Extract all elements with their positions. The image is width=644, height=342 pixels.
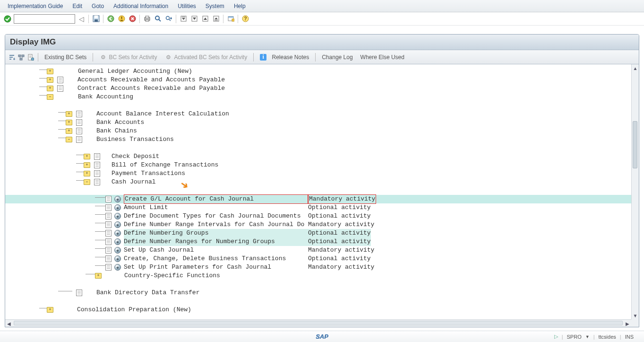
scroll-track[interactable]: [14, 321, 623, 325]
dropdown-icon[interactable]: ▼: [585, 334, 590, 339]
tree-activity[interactable]: Set Up Print Parameters for Cash Journal…: [5, 263, 631, 272]
next-page-icon[interactable]: [200, 14, 210, 24]
vertical-scrollbar[interactable]: ▲ ▼: [631, 64, 639, 319]
doc-icon[interactable]: [76, 136, 82, 143]
doc-icon[interactable]: [105, 213, 112, 219]
execute-icon[interactable]: [114, 238, 121, 245]
tree-activity[interactable]: Define Numbering GroupsOptional activity: [5, 229, 631, 237]
doc-icon[interactable]: [105, 221, 112, 228]
tree-node[interactable]: +Payment Transactions: [5, 169, 631, 178]
doc-icon[interactable]: [76, 289, 82, 296]
tree-activity[interactable]: Set Up Cash JournalMandatory activity: [5, 246, 631, 254]
scroll-thumb[interactable]: [633, 121, 637, 168]
doc-icon[interactable]: [57, 77, 63, 83]
expand-icon[interactable]: +: [47, 307, 53, 313]
where-else-used-button[interactable]: Where Else Used: [358, 53, 407, 61]
doc-icon[interactable]: [94, 170, 100, 177]
print-icon[interactable]: [142, 14, 152, 24]
menu-implementation-guide[interactable]: Implementation Guide: [3, 1, 68, 11]
back-history-icon[interactable]: ◁: [77, 14, 86, 24]
menu-additional-info[interactable]: Additional Information: [109, 1, 173, 11]
scroll-down-icon[interactable]: ▼: [632, 312, 639, 319]
tree-node[interactable]: +Bank Chains: [5, 127, 631, 135]
tree-activity[interactable]: Create G/L Account for Cash JournalManda…: [5, 195, 631, 203]
tree-node[interactable]: +Consolidation Preparation (New): [5, 306, 631, 314]
menu-edit[interactable]: Edit: [68, 1, 87, 11]
doc-icon[interactable]: [105, 230, 112, 237]
doc-icon[interactable]: [105, 247, 112, 254]
back-icon[interactable]: [106, 14, 115, 24]
doc-icon[interactable]: [105, 196, 112, 202]
existing-bc-sets-button[interactable]: Existing BC Sets: [42, 53, 89, 61]
command-field[interactable]: [14, 14, 75, 24]
execute-icon[interactable]: [114, 230, 121, 237]
menu-goto[interactable]: Goto: [87, 1, 109, 11]
tree-node[interactable]: +Accounts Receivable and Accounts Payabl…: [5, 76, 631, 84]
tree-node[interactable]: +General Ledger Accounting (New): [5, 67, 631, 76]
doc-icon[interactable]: [94, 162, 100, 168]
scroll-right-icon[interactable]: ▶: [624, 320, 631, 327]
expand-icon[interactable]: +: [47, 77, 53, 83]
doc-icon[interactable]: [76, 128, 82, 134]
attributes-icon[interactable]: [27, 53, 34, 61]
save-icon[interactable]: [91, 14, 101, 24]
last-page-icon[interactable]: [211, 14, 221, 24]
doc-icon[interactable]: [76, 119, 82, 126]
doc-icon[interactable]: [57, 85, 63, 92]
expand-icon[interactable]: +: [66, 128, 72, 134]
tree-node[interactable]: +Account Balance Interest Calculation: [5, 110, 631, 118]
expand-icon[interactable]: +: [47, 86, 53, 91]
menu-system[interactable]: System: [201, 1, 229, 11]
tree-activity[interactable]: Amount LimitOptional activity: [5, 203, 631, 212]
doc-icon[interactable]: [105, 204, 112, 211]
tree-node[interactable]: +Bill of Exchange Transactions: [5, 161, 631, 169]
expand-icon[interactable]: +: [66, 120, 72, 125]
doc-icon[interactable]: [94, 179, 100, 185]
menu-utilities[interactable]: Utilities: [173, 1, 201, 11]
tree-node[interactable]: Bank Directory Data Transfer: [5, 289, 631, 297]
activated-bc-sets-button[interactable]: ⚙Activated BC Sets for Activity: [162, 53, 250, 62]
execute-icon[interactable]: [114, 213, 121, 219]
status-nav-icon[interactable]: ▷: [554, 333, 558, 340]
help-icon[interactable]: ?: [240, 14, 250, 24]
tree-node[interactable]: –Business Transactions: [5, 135, 631, 144]
tree-activity[interactable]: Define Number Ranges for Numbering Group…: [5, 237, 631, 246]
execute-icon[interactable]: [114, 255, 121, 262]
doc-icon[interactable]: [105, 238, 112, 245]
collapse-icon[interactable]: –: [84, 179, 90, 185]
tree-node[interactable]: +Bank Accounts: [5, 118, 631, 127]
collapse-icon[interactable]: –: [47, 94, 53, 100]
expand-icon[interactable]: +: [47, 69, 53, 74]
find-icon[interactable]: [153, 14, 163, 24]
where-used-icon[interactable]: [17, 53, 25, 61]
bc-sets-for-activity-button[interactable]: ⚙BC Sets for Activity: [96, 53, 160, 62]
execute-icon[interactable]: [114, 204, 121, 211]
tree-node[interactable]: +Country-Specific Functions: [5, 272, 631, 280]
scroll-left-icon[interactable]: ◀: [5, 320, 13, 327]
tree-node[interactable]: +Check Deposit: [5, 152, 631, 161]
tree-activity[interactable]: Create, Change, Delete Business Transact…: [5, 254, 631, 263]
cancel-icon[interactable]: [128, 14, 137, 24]
tree-activity[interactable]: Define Number Range Intervals for Cash J…: [5, 220, 631, 229]
tree-node[interactable]: –Bank Accounting: [5, 93, 631, 101]
expand-icon[interactable]: +: [84, 154, 90, 159]
doc-icon[interactable]: [105, 264, 112, 271]
tree-activity[interactable]: Define Document Types for Cash Journal D…: [5, 212, 631, 220]
execute-icon[interactable]: [114, 247, 121, 254]
execute-icon[interactable]: [114, 264, 121, 271]
prev-page-icon[interactable]: [189, 14, 199, 24]
first-page-icon[interactable]: [179, 14, 188, 24]
scroll-up-icon[interactable]: ▲: [632, 64, 639, 72]
horizontal-scrollbar[interactable]: ◀ ▶: [5, 319, 631, 327]
doc-icon[interactable]: [94, 153, 100, 160]
find-next-icon[interactable]: [164, 14, 173, 24]
enter-icon[interactable]: [3, 14, 12, 24]
doc-icon[interactable]: [76, 111, 82, 117]
execute-icon[interactable]: [114, 196, 121, 202]
expand-icon[interactable]: +: [66, 111, 72, 117]
expand-icon[interactable]: +: [95, 273, 102, 279]
change-log-button[interactable]: Change Log: [319, 53, 355, 61]
execute-icon[interactable]: [114, 221, 121, 228]
expand-subtree-icon[interactable]: [8, 53, 16, 61]
collapse-icon[interactable]: –: [66, 137, 72, 142]
